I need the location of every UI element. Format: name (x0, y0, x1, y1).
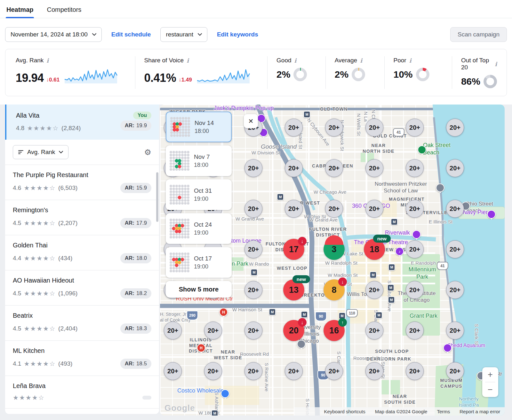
scan-date-card[interactable]: Oct 2419:00 (166, 213, 232, 244)
cluster-marker-20plus[interactable]: 20+ (325, 159, 343, 177)
list-item[interactable]: Remington's4.5★★★★☆(2,207)AR:17.9 (5, 200, 159, 235)
list-scrollbar[interactable] (156, 172, 158, 222)
mini-heatmap-dot (184, 151, 187, 153)
cluster-marker-20plus[interactable]: 20+ (406, 362, 424, 380)
rank-marker[interactable]: 3 (324, 239, 345, 260)
cluster-marker-20plus[interactable]: 20+ (244, 240, 262, 258)
scan-date-card[interactable]: Oct 3119:00 (166, 179, 232, 210)
cluster-marker-20plus[interactable]: 20+ (204, 362, 222, 380)
poi-pin-icon[interactable] (487, 210, 496, 219)
rank-marker[interactable]: 8↓ (324, 279, 345, 300)
cluster-marker-20plus[interactable]: 20+ (365, 362, 383, 380)
map-data-credit[interactable]: Map data ©2024 Google (375, 409, 428, 414)
close-panel-button[interactable]: ✕ (244, 114, 258, 128)
tab-heatmap[interactable]: Heatmap (6, 6, 34, 18)
poi-pin-icon[interactable] (443, 344, 452, 352)
rank-marker[interactable]: 20↓ (283, 320, 304, 341)
cluster-marker-20plus[interactable]: 20+ (285, 159, 303, 177)
scan-date-card[interactable]: Nov 1418:00 (166, 112, 232, 142)
poi-pin-icon[interactable] (297, 340, 306, 348)
cluster-marker-20plus[interactable]: 20+ (204, 322, 222, 339)
list-item[interactable]: Golden Thai4.4★★★★☆(434)AR:18.0 (5, 235, 159, 270)
cluster-marker-20plus[interactable]: 20+ (446, 362, 464, 380)
poi-pin-icon[interactable] (418, 145, 426, 154)
info-icon[interactable]: i (495, 61, 497, 67)
edit-keywords-link[interactable]: Edit keywords (217, 31, 258, 38)
cluster-marker-20plus[interactable]: 20+ (285, 362, 303, 380)
cluster-marker-20plus[interactable]: 20+ (365, 322, 383, 339)
review-count: (1,096) (58, 290, 77, 297)
zoom-in-button[interactable]: + (482, 367, 498, 382)
cluster-marker-20plus[interactable]: 20+ (365, 281, 383, 299)
keyword-select-value: restaurant (166, 31, 193, 38)
cluster-marker-20plus[interactable]: 20+ (446, 240, 464, 258)
cluster-marker-20plus[interactable]: 20+ (406, 240, 424, 258)
cluster-marker-20plus[interactable]: 20+ (325, 119, 343, 136)
rank-marker[interactable]: 18new (364, 239, 385, 260)
info-icon[interactable]: i (294, 57, 297, 64)
cluster-marker-20plus[interactable]: 20+ (446, 119, 464, 136)
cluster-marker-20plus[interactable]: 20+ (285, 200, 303, 218)
rank-marker[interactable]: 16↑ (324, 320, 345, 341)
sort-select-value: Avg. Rank (27, 149, 55, 156)
poi-pin-icon[interactable]: H (197, 344, 205, 352)
terms-link[interactable]: Terms (437, 409, 450, 414)
cluster-marker-20plus[interactable]: 20+ (446, 322, 464, 339)
cluster-marker-20plus[interactable]: 20+ (406, 200, 424, 218)
cluster-marker-20plus[interactable]: 20+ (164, 362, 182, 380)
scan-date-card[interactable]: Oct 1719:00 (166, 247, 232, 278)
poi-pin-icon[interactable] (221, 389, 229, 398)
cluster-marker-20plus[interactable]: 20+ (244, 362, 262, 380)
cluster-marker-20plus[interactable]: 20+ (406, 322, 424, 339)
cluster-marker-20plus[interactable]: 20+ (406, 159, 424, 177)
list-item[interactable]: The Purple Pig Restaurant4.6★★★★☆(6,503)… (5, 165, 159, 200)
cluster-marker-20plus[interactable]: 20+ (244, 322, 262, 339)
poi-pin-icon[interactable]: ♪ (395, 247, 404, 256)
cluster-marker-20plus[interactable]: 20+ (406, 119, 424, 136)
mini-heatmap-dot (185, 131, 187, 134)
scan-campaign-button[interactable]: Scan campaign (450, 27, 507, 42)
sort-select[interactable]: Avg. Rank (13, 145, 68, 159)
cluster-marker-20plus[interactable]: 20+ (285, 119, 303, 136)
scan-date-card[interactable]: Nov 718:00 (166, 145, 232, 176)
rank-marker[interactable]: 13new (283, 279, 304, 300)
info-icon[interactable]: i (46, 57, 49, 64)
list-item[interactable]: Leña Brava★★★★☆ (5, 376, 159, 408)
zoom-out-button[interactable]: − (482, 382, 498, 397)
rank-marker[interactable]: 17↓ (283, 239, 304, 260)
report-map-error-link[interactable]: Report a map error (460, 409, 500, 414)
cluster-marker-20plus[interactable]: 20+ (365, 119, 383, 136)
mini-heatmap-dot (187, 236, 189, 238)
keyword-select[interactable]: restaurant (160, 27, 207, 42)
cluster-marker-20plus[interactable]: 20+ (406, 281, 424, 299)
cluster-marker-20plus[interactable]: 20+ (325, 200, 343, 218)
cluster-marker-20plus[interactable]: 20+ (446, 200, 464, 218)
list-item[interactable]: AO Hawaiian Hideout4.5★★★★☆(1,096)AR:18.… (5, 270, 159, 306)
cluster-marker-20plus[interactable]: 20+ (244, 159, 262, 177)
cluster-marker-20plus[interactable]: 20+ (446, 159, 464, 177)
tab-competitors[interactable]: Competitors (46, 6, 82, 18)
scan-date-text: Oct 3119:00 (194, 187, 212, 202)
cluster-marker-20plus[interactable]: 20+ (325, 362, 343, 380)
poi-pin-icon[interactable]: H (219, 308, 228, 316)
show-more-button[interactable]: Show 5 more (166, 281, 232, 298)
map-canvas[interactable]: Jack's Pumpkin Pop-upOLD TOWNWICKER PARK… (160, 105, 505, 416)
gear-icon[interactable]: ⚙ (144, 148, 151, 156)
poi-pin-icon[interactable] (412, 230, 421, 239)
list-item[interactable]: ML Kitchen4.1★★★★☆(493)AR:18.5 (5, 341, 159, 376)
cluster-marker-20plus[interactable]: 20+ (446, 281, 464, 299)
cluster-marker-20plus[interactable]: 20+ (164, 322, 182, 339)
list-item[interactable]: Beatrix4.5★★★★☆(2,404)AR:18.3 (5, 306, 159, 341)
info-icon[interactable]: i (409, 57, 412, 64)
cluster-marker-20plus[interactable]: 20+ (244, 200, 262, 218)
keyboard-shortcuts-link[interactable]: Keyboard shortcuts (324, 409, 365, 414)
cluster-marker-20plus[interactable]: 20+ (365, 200, 383, 218)
date-select[interactable]: November 14, 2024 at 18:00 (5, 27, 102, 42)
info-icon[interactable]: i (187, 57, 189, 64)
poi-pin-icon[interactable] (436, 183, 444, 192)
cluster-marker-20plus[interactable]: 20+ (365, 159, 383, 177)
cluster-marker-20plus[interactable]: 20+ (244, 281, 262, 299)
your-business-card[interactable]: Alla Vita You 4.8 ★★★★☆ (2,824) AR:19.9 (5, 105, 159, 140)
edit-schedule-link[interactable]: Edit schedule (111, 31, 151, 38)
info-icon[interactable]: i (360, 57, 362, 64)
